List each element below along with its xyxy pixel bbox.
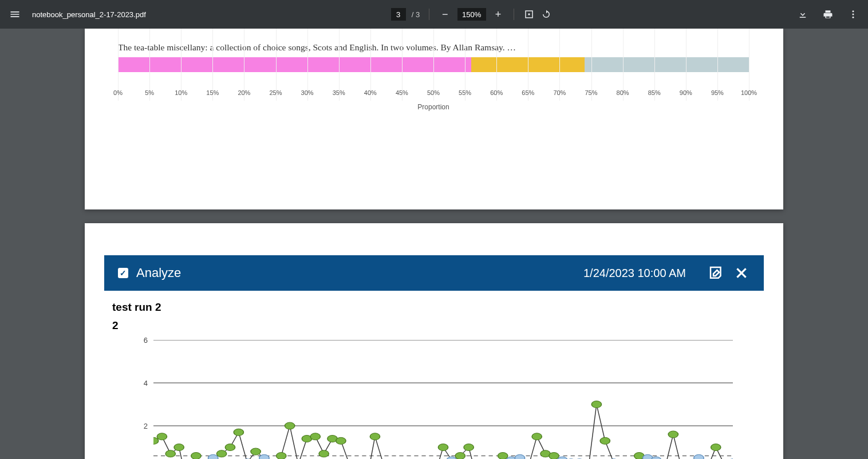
x-tick: 15%	[206, 89, 219, 96]
x-tick: 90%	[680, 89, 692, 96]
bar-segment-1	[118, 57, 471, 72]
svg-point-47	[464, 444, 474, 451]
svg-point-53	[515, 454, 524, 459]
x-tick: 100%	[741, 89, 757, 96]
x-tick: 65%	[522, 89, 534, 96]
x-tick: 95%	[711, 89, 724, 96]
page-total: / 3	[412, 10, 420, 19]
separator	[514, 9, 514, 20]
close-icon[interactable]	[733, 264, 750, 282]
x-tick: 55%	[459, 89, 471, 96]
page-number-input[interactable]	[391, 8, 406, 21]
x-tick: 35%	[333, 89, 345, 96]
zoom-out-button[interactable]: −	[439, 9, 452, 21]
x-tick: 5%	[145, 89, 154, 96]
y-axis: 0246	[128, 340, 151, 459]
svg-point-74	[694, 454, 704, 459]
x-axis: 0%5%10%15%20%25%30%35%40%45%50%55%60%65%…	[118, 89, 749, 101]
svg-point-71	[668, 431, 678, 438]
svg-point-25	[277, 453, 286, 460]
svg-point-51	[498, 453, 508, 460]
svg-point-17	[208, 454, 218, 459]
more-icon[interactable]	[847, 9, 859, 20]
x-tick: 30%	[301, 89, 314, 96]
pdf-page-current: ✓ Analyze 1/24/2023 10:00 AM test run 2 …	[85, 223, 783, 459]
rotate-icon[interactable]	[540, 9, 552, 20]
x-tick: 10%	[175, 89, 187, 96]
card-timestamp: 1/24/2023 10:00 AM	[583, 267, 686, 280]
pdf-page-prev: The tea-table miscellany: a collection o…	[85, 29, 783, 209]
print-icon[interactable]	[822, 9, 834, 20]
download-icon[interactable]	[797, 9, 808, 20]
y-tick: 2	[144, 422, 148, 430]
svg-point-18	[216, 450, 226, 457]
page-viewport[interactable]: The tea-table miscellany: a collection o…	[0, 29, 868, 459]
fit-page-icon[interactable]	[523, 9, 535, 20]
svg-rect-1	[528, 14, 530, 15]
svg-point-76	[711, 444, 721, 451]
x-tick: 85%	[648, 89, 661, 96]
chart2-title: test run 2	[112, 301, 756, 314]
x-tick: 25%	[269, 89, 282, 96]
y-tick: 6	[144, 336, 148, 345]
analyze-card: ✓ Analyze 1/24/2023 10:00 AM test run 2 …	[104, 255, 764, 459]
svg-point-44	[438, 444, 448, 451]
line-chart: 0246 nent Score	[128, 340, 733, 459]
separator	[429, 9, 429, 20]
svg-point-20	[234, 429, 243, 436]
svg-point-3	[853, 14, 854, 15]
x-tick: 60%	[490, 89, 503, 96]
menu-icon[interactable]	[9, 9, 21, 20]
svg-point-12	[165, 450, 175, 457]
svg-point-15	[191, 453, 201, 460]
x-tick: 0%	[113, 89, 123, 96]
svg-point-36	[370, 433, 380, 440]
svg-point-63	[600, 437, 610, 444]
svg-point-55	[532, 433, 542, 440]
x-tick: 70%	[553, 89, 566, 96]
svg-point-26	[285, 422, 294, 429]
analyze-checkbox[interactable]: ✓	[118, 268, 128, 278]
svg-point-19	[225, 444, 235, 451]
filename: notebook_personal_2-17-2023.pdf	[32, 10, 146, 19]
zoom-in-button[interactable]: +	[492, 9, 505, 21]
svg-point-11	[157, 433, 167, 440]
y-tick: 4	[144, 379, 148, 387]
x-axis-label: Proportion	[118, 103, 749, 111]
x-tick: 75%	[585, 89, 597, 96]
svg-point-32	[336, 437, 346, 444]
x-tick: 40%	[364, 89, 377, 96]
x-tick: 45%	[396, 89, 408, 96]
x-tick: 50%	[427, 89, 440, 96]
edit-note-icon[interactable]	[708, 264, 725, 282]
x-tick: 20%	[238, 89, 250, 96]
svg-point-46	[455, 453, 465, 460]
svg-point-4	[853, 17, 854, 18]
plot-area	[153, 340, 733, 459]
pdf-toolbar: notebook_personal_2-17-2023.pdf / 3 − 15…	[0, 0, 868, 29]
svg-point-30	[319, 450, 329, 457]
svg-point-22	[251, 448, 261, 455]
zoom-value[interactable]: 150%	[457, 8, 486, 21]
card-title: Analyze	[136, 266, 575, 280]
svg-point-68	[643, 454, 653, 459]
svg-point-2	[853, 10, 854, 12]
svg-point-13	[174, 444, 184, 451]
page-total-value: 3	[416, 10, 420, 19]
svg-point-62	[591, 401, 601, 408]
stacked-bar-chart: The tea-table miscellany: a collection o…	[118, 42, 749, 111]
card-body: test run 2 2 0246 nent Score	[104, 291, 764, 459]
bar-segment-3	[585, 57, 749, 72]
svg-point-29	[310, 433, 320, 440]
svg-point-23	[259, 454, 269, 459]
card-header: ✓ Analyze 1/24/2023 10:00 AM	[104, 255, 764, 291]
x-tick: 80%	[617, 89, 629, 96]
svg-point-57	[549, 453, 559, 460]
chart2-subtitle: 2	[112, 319, 756, 332]
